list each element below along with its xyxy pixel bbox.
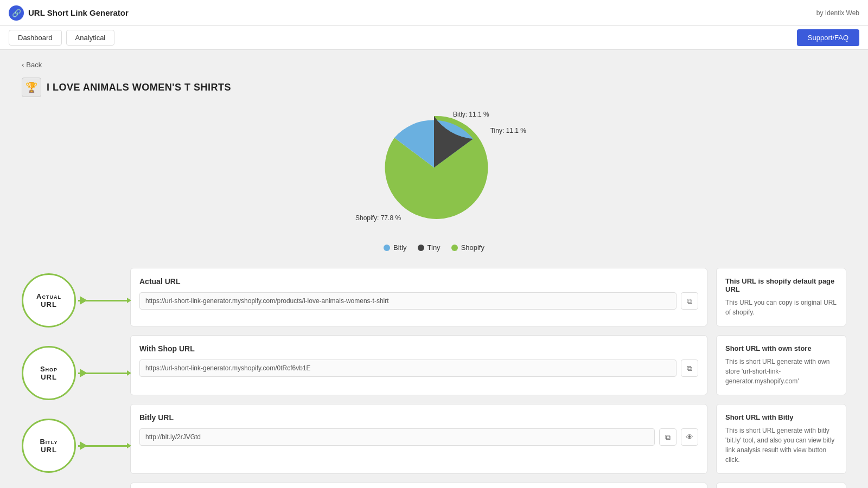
bitly-dot: [384, 245, 390, 251]
tiny-url-card: Tiny URL ⧉: [130, 483, 707, 488]
bubble-row-shop: ShopURL: [22, 346, 130, 400]
by-label: by Identix Web: [816, 9, 859, 17]
nav: Dashboard Analytical Support/FAQ: [0, 26, 868, 50]
tiny-dot: [418, 245, 424, 251]
shop-info-body: This is short URL generate with own stor…: [725, 357, 837, 386]
card-row-bitly: Bitly URL ⧉ 👁 Short URL with Bitly This …: [130, 404, 846, 474]
shop-url-copy-button[interactable]: ⧉: [681, 359, 698, 377]
actual-url-info-card: This URL is shopify default page URL Thi…: [716, 268, 846, 326]
pie-chart: [353, 108, 515, 227]
bitly-url-copy-button[interactable]: ⧉: [659, 428, 676, 446]
support-faq-button[interactable]: Support/FAQ: [797, 29, 859, 46]
chevron-left-icon: ‹: [22, 61, 24, 69]
bitly-url-info-card: Short URL with Bitly This is short URL g…: [716, 404, 846, 474]
bubble-row-actual: ActualURL: [22, 273, 130, 328]
cards-column: Actual URL ⧉ This URL is shopify default…: [130, 268, 846, 488]
product-icon: 🏆: [22, 78, 41, 97]
chart-legend: Bitly Tiny Shopify: [384, 243, 484, 252]
legend-shopify: Shopify: [451, 243, 484, 252]
shop-url-input[interactable]: [139, 359, 676, 377]
bitly-info-body: This is short URL generate with bitly 'b…: [725, 426, 837, 465]
card-row-shop: With Shop URL ⧉ Short URL with own store…: [130, 335, 846, 395]
dashboard-button[interactable]: Dashboard: [9, 30, 62, 46]
bitly-url-view-button[interactable]: 👁: [681, 428, 698, 446]
shopify-dot: [451, 245, 458, 251]
shopify-label: Shopify: 77.8 %: [355, 214, 401, 222]
card-row-tiny: Tiny URL ⧉ Short URL with Tiny This is s…: [130, 483, 846, 488]
shop-url-card: With Shop URL ⧉: [130, 335, 707, 395]
bubble-row-bitly: BitlyURL: [22, 419, 130, 473]
bubble-actual-url: ActualURL: [22, 273, 76, 328]
analytical-button[interactable]: Analytical: [66, 30, 115, 46]
bubble-bitly-url: BitlyURL: [22, 419, 76, 473]
app-title: URL Short Link Generator: [28, 8, 129, 17]
tiny-legend-label: Tiny: [427, 243, 441, 252]
bitly-info-title: Short URL with Bitly: [725, 413, 837, 421]
shopify-legend-label: Shopify: [461, 243, 484, 252]
back-label: Back: [26, 61, 42, 69]
legend-tiny: Tiny: [418, 243, 441, 252]
actual-url-copy-button[interactable]: ⧉: [681, 292, 698, 310]
actual-url-input[interactable]: [139, 292, 676, 310]
product-title: I LOVE ANIMALS WOMEN'S T SHIRTS: [47, 82, 231, 93]
bitly-url-card: Bitly URL ⧉ 👁: [130, 404, 707, 474]
actual-url-title: Actual URL: [139, 277, 698, 286]
bubble-shop-url: ShopURL: [22, 346, 76, 400]
shop-url-info-card: Short URL with own store This is short U…: [716, 335, 846, 395]
card-row-actual: Actual URL ⧉ This URL is shopify default…: [130, 268, 846, 326]
app-icon: 🔗: [9, 5, 24, 21]
back-link[interactable]: ‹ Back: [22, 61, 846, 69]
chart-section: Bitly: 11.1 % Tiny: 11.1 % Shopify: 77.8…: [22, 108, 846, 252]
actual-info-title: This URL is shopify default page URL: [725, 277, 837, 293]
legend-bitly: Bitly: [384, 243, 407, 252]
actual-info-body: This URL you can copy is original URL of…: [725, 298, 837, 317]
tiny-label: Tiny: 11.1 %: [490, 127, 526, 134]
actual-url-card: Actual URL ⧉: [130, 268, 707, 326]
header: 🔗 URL Short Link Generator by Identix We…: [0, 0, 868, 26]
bitly-url-title: Bitly URL: [139, 413, 698, 422]
bitly-url-input[interactable]: [139, 428, 655, 446]
bubbles-column: ActualURL ShopURL BitlyURL: [22, 268, 130, 488]
shop-url-title: With Shop URL: [139, 344, 698, 353]
tiny-url-info-card: Short URL with Tiny This is short URL ge…: [716, 483, 846, 488]
shop-info-title: Short URL with own store: [725, 344, 837, 352]
bitly-legend-label: Bitly: [393, 243, 407, 252]
bitly-label: Bitly: 11.1 %: [453, 111, 489, 118]
